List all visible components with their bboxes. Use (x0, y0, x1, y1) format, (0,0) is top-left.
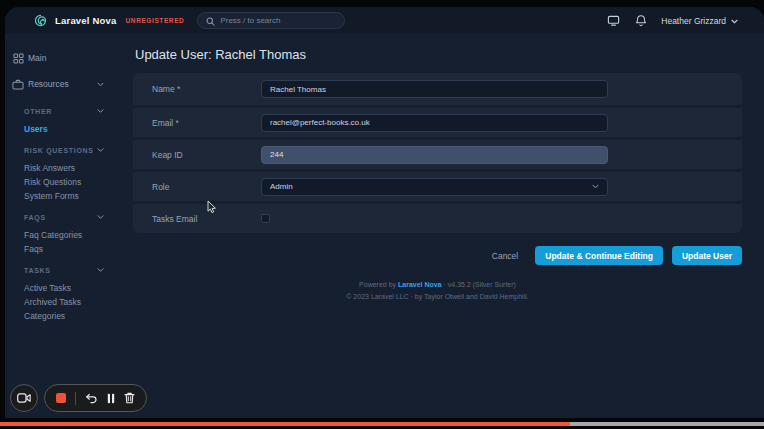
top-bar: Laravel Nova UNREGISTERED Press / to sea… (5, 7, 764, 34)
sidebar-group-tasks[interactable]: TASKS (5, 264, 130, 276)
role-selected-value: Admin (270, 182, 293, 191)
theme-screen-icon[interactable] (607, 14, 620, 27)
cancel-button[interactable]: Cancel (492, 251, 518, 261)
user-name: Heather Grizzard (661, 16, 726, 26)
camera-button[interactable] (10, 384, 38, 412)
sidebar-item-categories[interactable]: Categories (5, 309, 130, 323)
footer-powered-by: Powered by (359, 281, 398, 288)
undo-icon (85, 393, 98, 404)
chevron-down-icon (731, 16, 738, 26)
group-header-label: OTHER (24, 108, 52, 115)
notifications-bell-icon[interactable] (634, 14, 647, 27)
footer-line1: Powered by Laravel Nova · v4.35.2 (Silve… (133, 279, 742, 291)
search-input[interactable]: Press / to search (197, 12, 345, 29)
form-row-tasks-email: Tasks Email (133, 201, 742, 233)
laravel-nova-link[interactable]: Laravel Nova (398, 281, 442, 288)
chevron-down-icon[interactable] (97, 79, 104, 89)
sidebar-item-resources[interactable]: Resources (5, 71, 130, 97)
page-footer: Powered by Laravel Nova · v4.35.2 (Silve… (133, 279, 742, 303)
sidebar-item-risk-questions[interactable]: Risk Questions (5, 175, 130, 189)
form-row-role: Role Admin (133, 169, 742, 201)
form-row-name: Name * (133, 73, 742, 105)
recorder-divider (75, 392, 76, 405)
mouse-cursor (207, 200, 218, 215)
role-label: Role (133, 182, 261, 192)
sidebar-group-risk-questions[interactable]: RISK QUESTIONS (5, 144, 130, 156)
chevron-down-icon (97, 108, 104, 115)
sidebar-group-faqs[interactable]: FAQS (5, 211, 130, 223)
sidebar-item-risk-answers[interactable]: Risk Answers (5, 161, 130, 175)
keap-id-field (261, 146, 608, 164)
sidebar-item-archived-tasks[interactable]: Archived Tasks (5, 295, 130, 309)
pause-button[interactable] (107, 393, 115, 404)
recorder-toolbar (44, 384, 147, 412)
page-title: Update User: Rachel Thomas (135, 47, 742, 62)
user-menu[interactable]: Heather Grizzard (661, 16, 738, 26)
form-actions: Cancel Update & Continue Editing Update … (133, 246, 742, 265)
update-user-button[interactable]: Update User (672, 246, 742, 265)
keap-id-label: Keap ID (133, 150, 261, 160)
chevron-down-icon (97, 147, 104, 154)
pause-icon (107, 393, 115, 404)
main-content: Update User: Rachel Thomas Name * Email … (130, 34, 764, 418)
video-frame: Laravel Nova UNREGISTERED Press / to sea… (0, 0, 764, 429)
sidebar-item-label: Main (28, 53, 46, 63)
grid-icon (12, 52, 24, 64)
sidebar-group-other[interactable]: OTHER (5, 105, 130, 117)
group-header-label: FAQS (24, 214, 46, 221)
form-row-keap-id: Keap ID (133, 137, 742, 169)
trash-icon (124, 392, 135, 404)
sidebar-item-users[interactable]: Users (5, 122, 130, 136)
undo-button[interactable] (85, 393, 98, 404)
unregistered-badge: UNREGISTERED (126, 17, 185, 24)
sidebar-item-active-tasks[interactable]: Active Tasks (5, 281, 130, 295)
chevron-down-icon (592, 182, 599, 191)
footer-line2: © 2023 Laravel LLC · by Taylor Otwell an… (133, 291, 742, 303)
form-row-email: Email * (133, 105, 742, 137)
search-icon (206, 12, 215, 30)
group-header-label: TASKS (24, 267, 51, 274)
group-header-label: RISK QUESTIONS (24, 147, 94, 154)
footer-version: · v4.35.2 (Silver Surfer) (442, 281, 516, 288)
app-body: Main Resources OTHER (5, 34, 764, 418)
sidebar-item-main[interactable]: Main (5, 45, 130, 71)
chevron-down-icon (97, 267, 104, 274)
app-window: Laravel Nova UNREGISTERED Press / to sea… (5, 7, 764, 418)
name-field[interactable] (261, 80, 608, 98)
app-title: Laravel Nova (55, 15, 117, 26)
recording-controls (10, 384, 147, 412)
briefcase-icon (12, 78, 24, 90)
stop-recording-button[interactable] (56, 393, 66, 403)
video-camera-icon (17, 389, 31, 407)
search-placeholder: Press / to search (220, 16, 280, 25)
role-select[interactable]: Admin (261, 178, 608, 196)
sidebar-item-system-forms[interactable]: System Forms (5, 189, 130, 203)
video-progress-track[interactable] (0, 422, 764, 426)
sidebar-item-faqs[interactable]: Faqs (5, 242, 130, 256)
sidebar-item-faq-categories[interactable]: Faq Categories (5, 228, 130, 242)
update-user-form: Name * Email * Keap ID Role (133, 73, 742, 233)
tasks-email-checkbox[interactable] (261, 214, 270, 223)
delete-recording-button[interactable] (124, 392, 135, 404)
name-label: Name * (133, 84, 261, 94)
tasks-email-label: Tasks Email (133, 214, 261, 224)
sidebar: Main Resources OTHER (5, 34, 130, 418)
email-label: Email * (133, 118, 261, 128)
update-continue-button[interactable]: Update & Continue Editing (535, 246, 663, 265)
chevron-down-icon (97, 214, 104, 221)
sidebar-item-label: Resources (28, 79, 69, 89)
laravel-nova-logo-icon (33, 13, 48, 28)
video-progress-fill (0, 422, 570, 426)
email-field[interactable] (261, 114, 608, 132)
